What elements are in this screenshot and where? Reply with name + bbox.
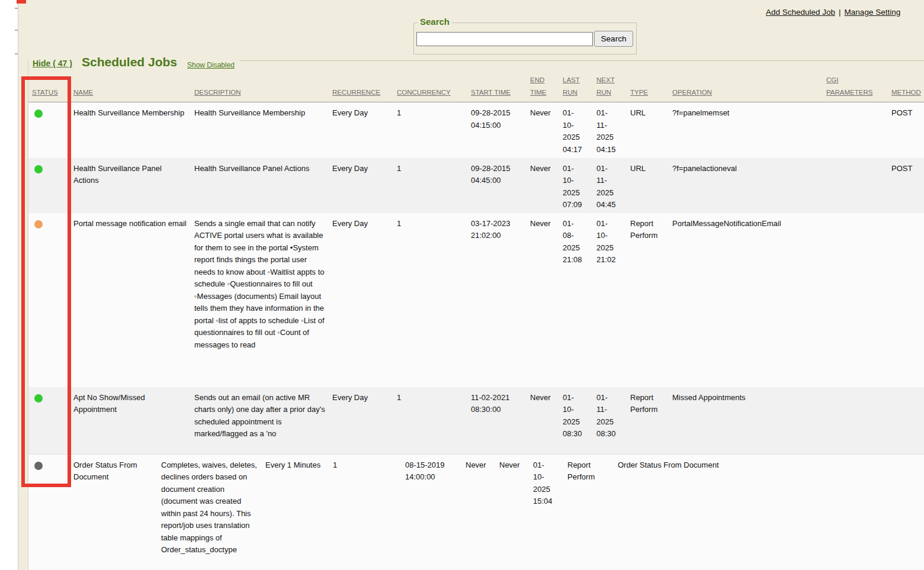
cell-operation: ?f=panelactioneval [669, 158, 823, 213]
show-disabled-link[interactable]: Show Disabled [187, 61, 235, 69]
annotation-mark [17, 0, 26, 4]
cell-end-time: Never [527, 387, 559, 454]
cell-last-run: 01-08-2025 21:08 [559, 213, 593, 387]
cell-concurrency: 1 [393, 387, 467, 454]
gutter-tick [15, 8, 18, 9]
jobs-table-continued: Order Status From Document Completes, wa… [28, 454, 924, 570]
cell-end-time: Never [462, 454, 496, 570]
page: Add Scheduled Job|Manage Setting Search … [0, 0, 924, 570]
cell-description: Completes, waives, deletes, declines ord… [158, 454, 262, 570]
status-dot [34, 462, 43, 470]
cell-concurrency: 1 [393, 102, 467, 158]
table-row: Health Surveillance Membership Health Su… [28, 102, 924, 158]
cell-operation: ?f=panelmemset [669, 102, 823, 158]
cell-status [28, 213, 70, 387]
left-gutter [0, 0, 18, 570]
cell-recurrence: Every Day [329, 158, 393, 213]
column-header-recurrence[interactable]: RECURRENCE [329, 74, 393, 102]
search-fieldset: Search Search [413, 22, 637, 54]
cell-recurrence: Every Day [329, 213, 393, 387]
cell-end-time: Never [527, 213, 559, 387]
column-header-concurrency[interactable]: CONCURRENCY [393, 74, 467, 102]
cell-cgi-parameters [823, 387, 888, 454]
column-header-cgi-parameters[interactable]: CGI PARAMETERS [823, 74, 888, 102]
cell-method [888, 213, 924, 387]
top-links: Add Scheduled Job|Manage Setting [766, 8, 900, 17]
cell-status [28, 454, 70, 570]
column-header-method[interactable]: METHOD [888, 74, 924, 102]
cell-next-run: 01-10-2025 21:02 [593, 213, 627, 387]
cell-end-time: Never [527, 102, 559, 158]
cell-method: POST [888, 158, 924, 213]
cell-name: Portal message notification email [70, 213, 191, 387]
table-row: Order Status From Document Completes, wa… [28, 454, 924, 570]
cell-last-run: 01-10-2025 08:30 [559, 387, 593, 454]
gutter-tick [15, 30, 18, 31]
cell-type: Report Perform [564, 454, 614, 570]
column-header-operation[interactable]: OPERATION [669, 74, 823, 102]
link-separator: | [839, 8, 841, 17]
cell-start-time: 03-17-2023 21:02:00 [467, 213, 527, 387]
cell-operation: Order Status From Document [614, 454, 823, 570]
scheduled-jobs-table: STATUS NAME DESCRIPTION RECURRENCE CONCU… [28, 74, 924, 570]
jobs-table-main: STATUS NAME DESCRIPTION RECURRENCE CONCU… [28, 74, 924, 454]
cell-recurrence: Every Day [329, 102, 393, 158]
cell-start-time: 11-02-2021 08:30:00 [467, 387, 527, 454]
hide-jobs-link[interactable]: Hide ( 47 ) [33, 59, 72, 68]
column-header-type[interactable]: TYPE [627, 74, 669, 102]
cell-last-run: 01-10-2025 07:09 [559, 158, 593, 213]
column-header-end-time[interactable]: END TIME [527, 74, 559, 102]
cell-cgi-parameters [823, 213, 888, 387]
cell-end-time: Never [527, 158, 559, 213]
cell-next-run: 01-10-2025 15:04 [530, 454, 564, 570]
column-header-name[interactable]: NAME [70, 74, 191, 102]
table-row: Apt No Show/Missed Appointment Sends out… [28, 387, 924, 454]
cell-cgi-parameters [823, 158, 888, 213]
status-dot [34, 220, 43, 228]
table-row: Portal message notification email Sends … [28, 213, 924, 387]
cell-type: Report Perform [627, 213, 669, 387]
cell-name: Order Status From Document [70, 454, 158, 570]
cell-next-run: 01-11-2025 04:45 [593, 158, 627, 213]
cell-recurrence: Every Day [329, 387, 393, 454]
cell-last-run: 01-10-2025 04:17 [559, 102, 593, 158]
column-header-start-time[interactable]: START TIME [467, 74, 527, 102]
cell-concurrency: 1 [393, 213, 467, 387]
status-dot [34, 394, 43, 402]
table-row: Health Surveillance Panel Actions Health… [28, 158, 924, 213]
cell-method [888, 454, 924, 570]
column-header-last-run[interactable]: LAST RUN [559, 74, 593, 102]
cell-description: Sends a single email that can notify ACT… [191, 213, 329, 387]
fieldset-border-top [240, 60, 924, 61]
cell-status [28, 102, 70, 158]
column-header-next-run[interactable]: NEXT RUN [593, 74, 627, 102]
cell-start-time: 08-15-2019 14:00:00 [402, 454, 462, 570]
gutter-tick [15, 53, 18, 54]
cell-next-run: 01-11-2025 08:30 [593, 387, 627, 454]
search-button[interactable]: Search [594, 31, 633, 47]
status-dot [34, 165, 43, 173]
status-dot [34, 110, 43, 118]
cell-concurrency: 1 [393, 158, 467, 213]
cell-name: Health Surveillance Panel Actions [70, 158, 191, 213]
cell-status [28, 387, 70, 454]
cell-cgi-parameters [823, 102, 888, 158]
cell-status [28, 158, 70, 213]
search-input[interactable] [416, 32, 593, 46]
manage-settings-link[interactable]: Manage Setting [845, 8, 901, 17]
cell-method [888, 387, 924, 454]
cell-start-time: 09-28-2015 04:15:00 [467, 102, 527, 158]
cell-concurrency: 1 [329, 454, 402, 570]
cell-type: URL [627, 102, 669, 158]
page-title: Scheduled Jobs [82, 55, 177, 69]
cell-start-time: 09-28-2015 04:45:00 [467, 158, 527, 213]
cell-description: Sends out an email (on active MR charts … [191, 387, 329, 454]
column-header-description[interactable]: DESCRIPTION [191, 74, 329, 102]
table-header-row: STATUS NAME DESCRIPTION RECURRENCE CONCU… [28, 74, 924, 102]
column-header-status[interactable]: STATUS [28, 74, 70, 102]
cell-operation: PortalMessageNotificationEmail [669, 213, 823, 387]
add-scheduled-job-link[interactable]: Add Scheduled Job [766, 8, 835, 17]
cell-description: Health Surveillance Membership [191, 102, 329, 158]
cell-operation: Missed Appointments [669, 387, 823, 454]
cell-method: POST [888, 102, 924, 158]
